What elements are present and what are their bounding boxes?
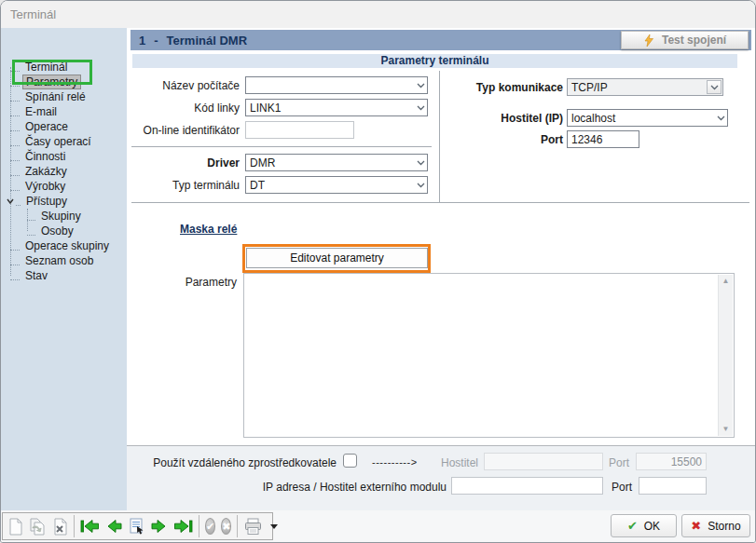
sidebar-item-label: E-mail [22, 105, 60, 118]
arrow-text: ----------> [372, 456, 418, 468]
sidebar-item-vyrobky[interactable]: Výrobky [1, 179, 127, 194]
window-title: Terminál [10, 7, 56, 21]
sidebar-item-terminal[interactable]: Terminál [1, 60, 127, 75]
toolbar-separator [199, 515, 199, 537]
sidebar-item-osoby[interactable]: Osoby [1, 224, 127, 238]
new-page-icon [8, 518, 23, 536]
sidebar-item-cinnosti[interactable]: Činnosti [1, 149, 127, 164]
chevron-down-icon[interactable] [4, 196, 16, 208]
communication-type-combobox[interactable]: TCP/IP [567, 78, 723, 96]
sidebar-item-spinani-rele[interactable]: Spínání relé [1, 89, 127, 104]
terminal-type-value: DT [250, 179, 414, 192]
cancel-record-button[interactable]: ✖ [221, 518, 231, 535]
toolbar-separator [74, 515, 75, 537]
delete-record-button[interactable] [52, 518, 68, 536]
tree-connector [10, 138, 20, 146]
port-input[interactable] [567, 130, 639, 148]
remote-broker-panel: Použít vzdáleného zprostředkovatele ----… [127, 445, 755, 511]
next-record-button[interactable] [151, 519, 168, 534]
sidebar-item-label: Výrobky [22, 180, 68, 193]
last-record-button[interactable] [173, 519, 193, 534]
print-dropdown-button[interactable] [268, 524, 278, 529]
window-titlebar[interactable]: Terminál [1, 1, 755, 28]
chevron-down-icon[interactable] [714, 115, 727, 121]
sidebar-item-stav[interactable]: Stav [1, 268, 127, 283]
chevron-down-icon[interactable] [707, 80, 722, 94]
remote-broker-checkbox[interactable] [343, 454, 357, 468]
sidebar-item-zakazky[interactable]: Zakázky [1, 164, 127, 179]
communication-type-value: TCP/IP [571, 81, 707, 94]
computer-name-label: Název počítače [127, 76, 240, 94]
relay-mask-link[interactable]: Maska relé [180, 223, 237, 236]
sidebar-item-skupiny[interactable]: Skupiny [1, 209, 127, 224]
divider [131, 146, 432, 147]
copy-record-button[interactable] [29, 518, 47, 536]
tree-connector [10, 183, 20, 191]
online-identifier-input[interactable] [245, 121, 354, 139]
vertical-scrollbar[interactable]: ▲ ▼ [718, 275, 733, 436]
sidebar-item-operace-skupiny[interactable]: Operace skupiny [1, 238, 127, 253]
tree-connector [10, 63, 20, 72]
ok-button[interactable]: ✔ OK [611, 514, 677, 537]
edit-parameters-button[interactable]: Editovat parametry [246, 248, 428, 268]
sidebar-item-seznam-osob[interactable]: Seznam osob [1, 253, 127, 268]
tree-connector [10, 168, 20, 176]
print-button[interactable] [243, 518, 263, 536]
sidebar-item-label: Seznam osob [22, 254, 96, 267]
sidebar-item-label: Spínání relé [22, 90, 89, 103]
parameters-textarea[interactable]: ▲ ▼ [243, 273, 735, 438]
delete-page-icon [52, 518, 68, 536]
new-record-button[interactable] [8, 518, 23, 536]
record-toolbar: ✔ ✖ [2, 512, 273, 540]
scroll-up-icon[interactable]: ▲ [719, 275, 733, 288]
remote-port-input[interactable] [636, 453, 707, 470]
first-record-icon [80, 519, 100, 534]
test-connection-button[interactable]: Test spojení [621, 31, 749, 49]
computer-name-combobox[interactable] [245, 76, 428, 94]
x-icon: ✖ [222, 521, 230, 533]
last-record-icon [173, 519, 193, 534]
test-connection-label: Test spojení [662, 34, 726, 47]
ok-label: OK [644, 520, 660, 533]
line-code-combobox[interactable]: LINK1 [245, 99, 428, 116]
terminal-type-combobox[interactable]: DT [245, 176, 428, 194]
sidebar-tree: Terminál Parametry Spínání relé E-mail O… [1, 28, 127, 510]
tree-connector [10, 257, 20, 265]
main-panel: 1 - Terminál DMR Test spojení Parametry … [127, 28, 755, 510]
sidebar-item-label: Terminál [22, 61, 70, 74]
external-port-input[interactable] [639, 477, 707, 495]
tree-connector [16, 197, 21, 206]
record-number: 1 [139, 34, 145, 48]
online-identifier-label: On-line identifikátor [127, 121, 240, 139]
remote-host-input[interactable] [484, 453, 603, 470]
parameters-label: Parametry [145, 276, 237, 289]
copy-page-icon [29, 518, 47, 536]
browse-records-button[interactable] [128, 518, 145, 536]
host-ip-label: Hostitel (IP) [406, 109, 563, 127]
sidebar-item-casy-operaci[interactable]: Časy operací [1, 134, 127, 149]
port-label: Port [406, 130, 563, 148]
accept-record-button[interactable]: ✔ [205, 518, 215, 535]
sidebar-item-label-selected: Parametry [22, 75, 81, 89]
host-ip-combobox[interactable]: localhost [567, 109, 728, 127]
sidebar-item-parametry[interactable]: Parametry [1, 75, 127, 89]
sidebar-item-operace[interactable]: Operace [1, 119, 127, 134]
external-module-input[interactable] [451, 477, 603, 495]
chevron-down-icon[interactable] [414, 160, 427, 166]
driver-label: Driver [127, 154, 240, 171]
first-record-button[interactable] [80, 519, 100, 534]
sidebar-item-email[interactable]: E-mail [1, 104, 127, 119]
driver-combobox[interactable]: DMR [245, 154, 428, 171]
remote-host-label: Hostitel [441, 456, 478, 469]
external-module-label: IP adresa / Hostitel externího modulu [127, 481, 447, 494]
chevron-down-icon[interactable] [414, 183, 427, 188]
lightning-icon [643, 34, 654, 47]
storno-button[interactable]: ✖ Storno [681, 514, 750, 537]
use-remote-broker-label: Použít vzdáleného zprostředkovatele [127, 456, 337, 469]
scroll-down-icon[interactable]: ▼ [719, 423, 733, 436]
previous-record-button[interactable] [105, 519, 122, 534]
previous-record-icon [105, 519, 122, 534]
sidebar-item-label: Zakázky [22, 165, 70, 178]
line-code-label: Kód linky [127, 99, 240, 116]
sidebar-item-pristupy[interactable]: Přístupy [1, 194, 127, 209]
